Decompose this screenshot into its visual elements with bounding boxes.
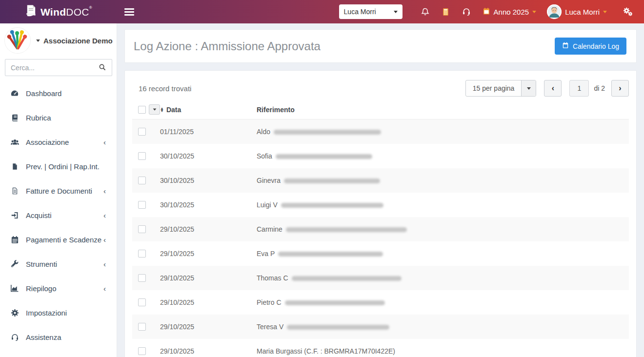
redacted-surname <box>292 276 402 281</box>
headset-icon <box>10 333 20 341</box>
page-header: Log Azione : Ammissione Approvata Calend… <box>124 29 637 63</box>
table-row[interactable]: 29/10/2025 Thomas C <box>132 266 629 290</box>
next-page-button[interactable]: › <box>611 80 629 97</box>
table-row[interactable]: 30/10/2025 Sofia <box>132 144 629 168</box>
year-caret-icon <box>532 11 536 13</box>
table-row[interactable]: 29/10/2025 Carmine <box>132 217 629 241</box>
column-header-data[interactable]: Data <box>166 106 181 114</box>
row-reference: Pietro C <box>257 298 282 306</box>
dashboard-icon <box>10 89 20 98</box>
row-reference: Maria Burgassi (C.F. : BRGMRA17M70I422E) <box>257 347 395 355</box>
table-row[interactable]: 29/10/2025 Maria Burgassi (C.F. : BRGMRA… <box>132 339 629 357</box>
row-checkbox[interactable] <box>138 201 146 209</box>
sidebar-item-assistenza[interactable]: Assistenza ‹ <box>0 325 117 349</box>
table-row[interactable]: 29/10/2025 Teresa V <box>132 315 629 339</box>
file-icon <box>10 163 20 170</box>
sidebar-item-rubrica[interactable]: Rubrica ‹ <box>0 105 117 130</box>
sidebar-item-fatture-e-documenti[interactable]: Fatture e Documenti ‹ <box>0 178 117 203</box>
row-date: 29/10/2025 <box>160 225 194 233</box>
app-logo[interactable]: WindDOC® <box>0 4 117 20</box>
redacted-surname <box>278 252 383 257</box>
user-menu[interactable]: Luca Morri <box>547 4 607 19</box>
column-header-riferimento: Riferimento <box>257 106 295 114</box>
signin-icon <box>10 211 20 219</box>
calculator-icon[interactable] <box>436 8 456 16</box>
per-page-select[interactable]: 15 per pagina <box>465 80 537 97</box>
row-reference: Sofia <box>257 152 272 160</box>
table-row[interactable]: 30/10/2025 Luigi V <box>132 193 629 217</box>
sidebar-item-riepilogo[interactable]: Riepilogo ‹ <box>0 276 117 300</box>
sidebar-item-associazione[interactable]: Associazione ‹ <box>0 130 117 154</box>
row-date: 29/10/2025 <box>160 298 194 306</box>
sidebar-item-partial[interactable] <box>0 349 117 357</box>
calendar-icon <box>562 42 569 50</box>
records-count: 16 record trovati <box>139 84 191 93</box>
sort-icon[interactable]: ▲▼ <box>160 107 164 112</box>
sidebar-item-dashboard[interactable]: Dashboard ‹ <box>0 81 117 105</box>
calendar-icon <box>10 236 20 244</box>
row-date: 30/10/2025 <box>160 152 194 160</box>
sidebar-item-prev-ordini-rap-int[interactable]: Prev. | Ordini | Rap.Int. ‹ <box>0 154 117 178</box>
select-all-checkbox[interactable] <box>138 106 146 114</box>
impersonate-user-select[interactable]: Luca Morri <box>339 4 402 19</box>
table-row[interactable]: 29/10/2025 Eva P <box>132 241 629 266</box>
year-label: Anno 2025 <box>494 8 529 16</box>
table-row[interactable]: 29/10/2025 Pietro C <box>132 290 629 315</box>
sidebar-item-pagamenti-e-scadenze[interactable]: Pagamenti e Scadenze ‹ <box>0 227 117 252</box>
row-date: 29/10/2025 <box>160 250 194 258</box>
association-logo[interactable] <box>5 28 30 53</box>
chevron-left-icon: ‹ <box>103 138 106 146</box>
user-caret-icon <box>603 11 607 13</box>
row-date: 01/11/2025 <box>160 128 194 136</box>
org-switcher[interactable]: Associazione Demo <box>36 37 113 45</box>
row-checkbox[interactable] <box>138 274 146 282</box>
per-page-caret-button[interactable] <box>521 80 536 96</box>
settings-gears-icon[interactable] <box>618 7 638 17</box>
row-checkbox[interactable] <box>138 250 146 258</box>
row-checkbox[interactable] <box>138 323 146 331</box>
row-reference: Ginevra <box>257 177 281 184</box>
year-dropdown[interactable]: Anno 2025 <box>483 7 537 17</box>
chart-icon <box>10 284 20 293</box>
row-reference: Carmine <box>257 225 282 233</box>
row-date: 30/10/2025 <box>160 201 194 209</box>
search-input[interactable] <box>5 59 112 76</box>
row-checkbox[interactable] <box>138 177 146 184</box>
gear-icon <box>10 309 20 317</box>
row-checkbox[interactable] <box>138 152 146 160</box>
row-checkbox[interactable] <box>138 128 146 136</box>
log-table-card: 16 record trovati 15 per pagina ‹ 1 di 2… <box>124 70 637 357</box>
impersonate-user-value: Luca Morri <box>344 8 376 16</box>
org-name: Associazione Demo <box>43 37 113 45</box>
user-name: Luca Morri <box>565 8 600 16</box>
chevron-left-icon: ‹ <box>103 187 106 195</box>
chevron-left-icon: ‹ <box>103 236 106 244</box>
org-caret-icon <box>36 40 40 42</box>
chevron-left-icon: ‹ <box>103 260 106 268</box>
book-icon <box>10 114 20 122</box>
table-row[interactable]: 01/11/2025 Aldo <box>132 119 629 144</box>
notifications-bell-icon[interactable] <box>415 7 436 17</box>
table-row[interactable]: 30/10/2025 Ginevra <box>132 168 629 193</box>
page-number-input[interactable]: 1 <box>569 80 589 97</box>
search-icon[interactable] <box>99 63 106 73</box>
row-checkbox[interactable] <box>138 225 146 233</box>
redacted-surname <box>276 154 372 159</box>
select-caret-icon <box>394 11 398 13</box>
calendario-log-button[interactable]: Calendario Log <box>555 38 626 55</box>
page-total-label: di 2 <box>594 84 605 92</box>
row-checkbox[interactable] <box>138 298 146 306</box>
sidebar-item-acquisti[interactable]: Acquisti ‹ <box>0 203 117 227</box>
sidebar-item-strumenti[interactable]: Strumenti ‹ <box>0 252 117 276</box>
support-headset-icon[interactable] <box>456 7 477 16</box>
bulk-actions-dropdown[interactable] <box>149 104 160 115</box>
row-reference: Aldo <box>257 128 270 136</box>
redacted-surname <box>281 203 383 208</box>
wrench-icon <box>10 260 20 268</box>
calendar-icon <box>483 7 490 17</box>
menu-toggle-icon[interactable] <box>124 7 134 17</box>
winddoc-document-icon <box>25 4 37 20</box>
sidebar-item-impostazioni[interactable]: Impostazioni ‹ <box>0 300 117 325</box>
row-checkbox[interactable] <box>138 347 146 355</box>
prev-page-button[interactable]: ‹ <box>544 80 562 97</box>
